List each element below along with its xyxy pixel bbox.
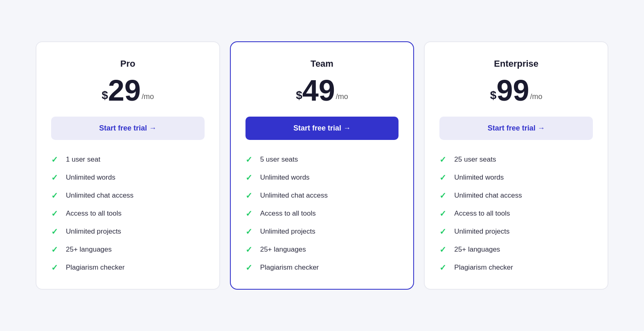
list-item: ✓Plagiarism checker	[51, 263, 205, 272]
price-period-team: /mo	[336, 92, 348, 101]
check-icon: ✓	[51, 209, 60, 218]
plan-name-pro: Pro	[51, 59, 205, 69]
feature-label: Unlimited words	[454, 173, 504, 182]
pricing-container: Pro$29/moStart free trial →✓1 user seat✓…	[36, 41, 608, 290]
check-icon: ✓	[439, 227, 448, 236]
feature-label: Unlimited words	[66, 173, 115, 182]
check-icon: ✓	[245, 155, 254, 164]
list-item: ✓5 user seats	[245, 155, 399, 164]
feature-label: 1 user seat	[66, 155, 100, 164]
feature-label: Unlimited projects	[260, 227, 315, 236]
feature-label: 25+ languages	[66, 245, 112, 254]
feature-label: Access to all tools	[66, 209, 122, 218]
list-item: ✓Plagiarism checker	[439, 263, 593, 272]
check-icon: ✓	[439, 263, 448, 272]
price-amount-enterprise: 99	[496, 76, 529, 105]
feature-label: 25+ languages	[454, 245, 500, 254]
feature-label: 5 user seats	[260, 155, 298, 164]
price-amount-team: 49	[302, 76, 335, 105]
feature-label: Unlimited chat access	[66, 191, 133, 200]
feature-label: Access to all tools	[454, 209, 510, 218]
check-icon: ✓	[439, 173, 448, 182]
feature-label: 25+ languages	[260, 245, 306, 254]
feature-label: Plagiarism checker	[260, 263, 319, 272]
list-item: ✓Unlimited projects	[51, 227, 205, 236]
check-icon: ✓	[51, 191, 60, 200]
price-symbol-team: $	[296, 89, 302, 102]
price-row-team: $49/mo	[245, 76, 399, 105]
list-item: ✓Plagiarism checker	[245, 263, 399, 272]
feature-label: Unlimited chat access	[260, 191, 328, 200]
list-item: ✓Access to all tools	[51, 209, 205, 218]
price-amount-pro: 29	[108, 76, 141, 105]
check-icon: ✓	[245, 191, 254, 200]
check-icon: ✓	[51, 263, 60, 272]
pricing-card-enterprise: Enterprise$99/moStart free trial →✓25 us…	[424, 41, 608, 290]
check-icon: ✓	[51, 173, 60, 182]
feature-label: Access to all tools	[260, 209, 316, 218]
list-item: ✓Unlimited chat access	[439, 191, 593, 200]
plan-name-enterprise: Enterprise	[439, 59, 593, 69]
check-icon: ✓	[51, 245, 60, 254]
check-icon: ✓	[439, 209, 448, 218]
start-trial-button-enterprise[interactable]: Start free trial →	[439, 117, 593, 140]
check-icon: ✓	[245, 173, 254, 182]
list-item: ✓Access to all tools	[439, 209, 593, 218]
check-icon: ✓	[439, 155, 448, 164]
list-item: ✓Unlimited chat access	[51, 191, 205, 200]
list-item: ✓Access to all tools	[245, 209, 399, 218]
check-icon: ✓	[245, 227, 254, 236]
start-trial-button-team[interactable]: Start free trial →	[245, 117, 399, 140]
list-item: ✓Unlimited words	[439, 173, 593, 182]
feature-label: Unlimited words	[260, 173, 310, 182]
list-item: ✓Unlimited projects	[245, 227, 399, 236]
pricing-card-team: Team$49/moStart free trial →✓5 user seat…	[230, 41, 414, 290]
list-item: ✓25 user seats	[439, 155, 593, 164]
check-icon: ✓	[439, 191, 448, 200]
list-item: ✓25+ languages	[51, 245, 205, 254]
price-row-enterprise: $99/mo	[439, 76, 593, 105]
check-icon: ✓	[245, 245, 254, 254]
list-item: ✓25+ languages	[245, 245, 399, 254]
price-symbol-enterprise: $	[490, 89, 497, 102]
check-icon: ✓	[245, 209, 254, 218]
price-symbol-pro: $	[101, 89, 108, 102]
feature-label: 25 user seats	[454, 155, 496, 164]
plan-name-team: Team	[245, 59, 399, 69]
pricing-card-pro: Pro$29/moStart free trial →✓1 user seat✓…	[36, 41, 220, 290]
features-list-team: ✓5 user seats✓Unlimited words✓Unlimited …	[245, 155, 399, 272]
check-icon: ✓	[51, 227, 60, 236]
start-trial-button-pro[interactable]: Start free trial →	[51, 117, 205, 140]
feature-label: Plagiarism checker	[454, 263, 513, 272]
list-item: ✓25+ languages	[439, 245, 593, 254]
check-icon: ✓	[245, 263, 254, 272]
features-list-pro: ✓1 user seat✓Unlimited words✓Unlimited c…	[51, 155, 205, 272]
features-list-enterprise: ✓25 user seats✓Unlimited words✓Unlimited…	[439, 155, 593, 272]
price-period-enterprise: /mo	[530, 92, 543, 101]
feature-label: Unlimited projects	[454, 227, 509, 236]
list-item: ✓Unlimited words	[51, 173, 205, 182]
feature-label: Unlimited projects	[66, 227, 121, 236]
price-period-pro: /mo	[142, 92, 154, 101]
check-icon: ✓	[51, 155, 60, 164]
price-row-pro: $29/mo	[51, 76, 205, 105]
feature-label: Plagiarism checker	[66, 263, 125, 272]
list-item: ✓1 user seat	[51, 155, 205, 164]
check-icon: ✓	[439, 245, 448, 254]
list-item: ✓Unlimited projects	[439, 227, 593, 236]
list-item: ✓Unlimited chat access	[245, 191, 399, 200]
feature-label: Unlimited chat access	[454, 191, 522, 200]
list-item: ✓Unlimited words	[245, 173, 399, 182]
